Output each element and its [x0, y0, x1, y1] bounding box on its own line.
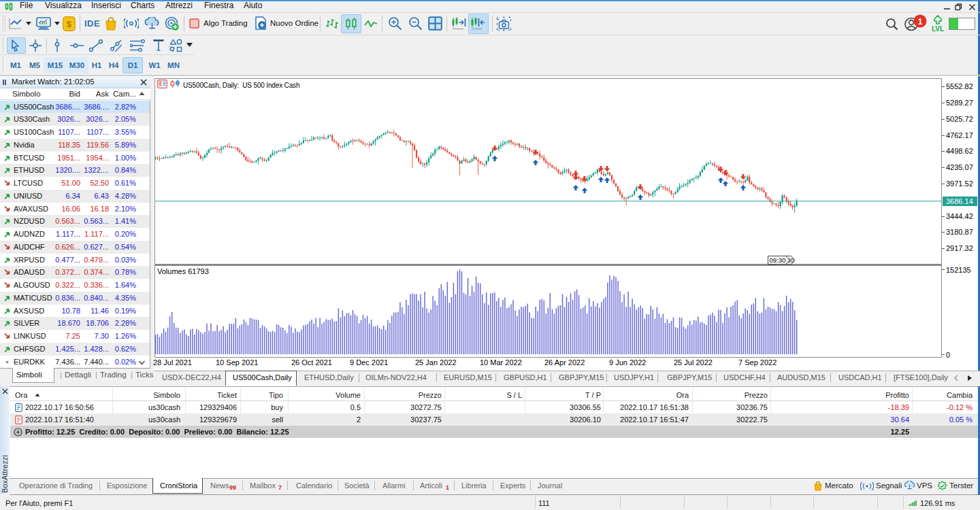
svg-text:09:30: 09:30 [770, 256, 786, 264]
svg-text:BoxAttrezzi: BoxAttrezzi [1, 455, 9, 493]
